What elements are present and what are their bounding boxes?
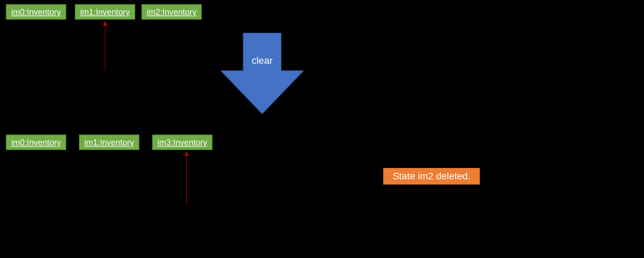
svg-marker-1 <box>103 21 107 26</box>
object-box-bottom-0: im0:Inventory <box>6 135 66 150</box>
transition-arrow <box>221 33 304 114</box>
svg-marker-2 <box>221 33 304 114</box>
object-box-top-1: im1:Inventory <box>75 4 135 20</box>
object-box-top-2: im2:Inventory <box>141 4 202 20</box>
note-deleted: State im2 deleted. <box>383 168 480 185</box>
object-box-top-0: im0:Inventory <box>6 4 66 20</box>
diagram-stage: im0:Inventory im1:Inventory im2:Inventor… <box>0 0 644 258</box>
svg-marker-4 <box>185 151 189 156</box>
object-box-bottom-2: im3:Inventory <box>152 135 212 150</box>
transition-label: clear <box>221 55 304 66</box>
pointer-arrow-bottom <box>184 151 189 205</box>
object-box-bottom-1: im1:Inventory <box>79 135 139 150</box>
pointer-arrow-top <box>102 21 108 71</box>
